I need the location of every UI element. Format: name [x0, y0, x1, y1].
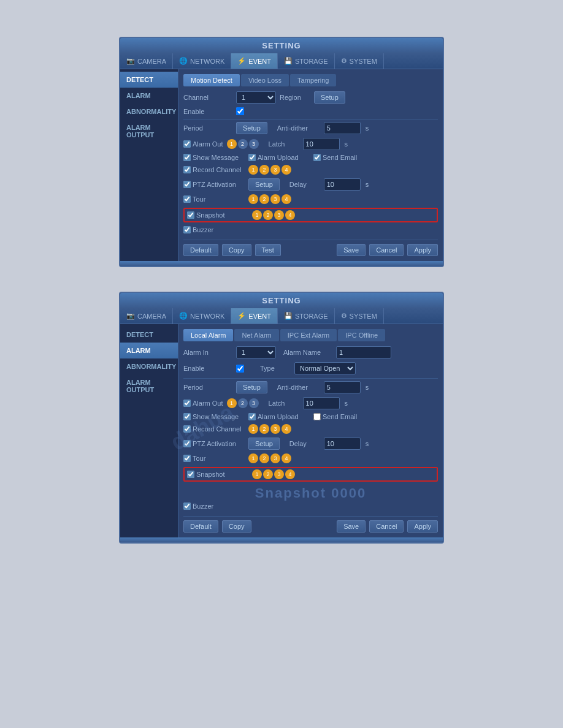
snapshot-4-2[interactable]: 4	[285, 469, 295, 479]
snapshot-2[interactable]: 2	[263, 210, 273, 220]
ptz-activation-checkbox[interactable]	[183, 181, 191, 188]
type-select[interactable]: Normal Open Normal Close	[294, 362, 356, 374]
record-ch-2-2[interactable]: 2	[259, 424, 269, 434]
sidebar-item-abnormality[interactable]: ABNORMALITY	[120, 104, 178, 119]
sidebar-item-alarm-output[interactable]: ALARM OUTPUT	[120, 119, 178, 143]
default-button-2[interactable]: Default	[183, 520, 218, 533]
latch-input-2[interactable]	[303, 397, 340, 409]
period-setup-button-2[interactable]: Setup	[236, 381, 267, 393]
delay-input[interactable]	[324, 178, 361, 191]
send-email-checkbox-2[interactable]	[313, 413, 321, 420]
test-button-1[interactable]: Test	[255, 244, 281, 256]
snapshot-1[interactable]: 1	[252, 210, 262, 220]
record-ch-4[interactable]: 4	[282, 165, 291, 175]
nav-tab-storage[interactable]: 💾 STORAGE	[278, 53, 335, 69]
send-email-checkbox[interactable]	[313, 154, 321, 161]
alarm-in-select[interactable]: 1	[236, 346, 276, 358]
snapshot-checkbox[interactable]	[187, 211, 194, 219]
save-button-2[interactable]: Save	[337, 520, 366, 533]
alarm-out-circle-1-2[interactable]: 1	[227, 398, 237, 408]
copy-button-2[interactable]: Copy	[222, 520, 251, 533]
record-ch-4-2[interactable]: 4	[282, 424, 291, 434]
delay-input-2[interactable]	[324, 438, 361, 450]
show-message-checkbox[interactable]	[183, 154, 191, 161]
snapshot-3[interactable]: 3	[274, 210, 284, 220]
alarm-out-circle-3[interactable]: 3	[249, 139, 259, 149]
anti-dither-input-2[interactable]	[324, 381, 361, 393]
sidebar-2-item-alarm-output[interactable]: ALARM OUTPUT	[120, 374, 178, 398]
record-channel-checkbox-2[interactable]	[183, 425, 191, 433]
snapshot-1-2[interactable]: 1	[252, 469, 262, 479]
nav-tab-event[interactable]: ⚡ EVENT	[231, 53, 278, 69]
period-setup-button[interactable]: Setup	[236, 122, 267, 134]
tour-2[interactable]: 2	[259, 194, 269, 204]
ptz-setup-button-2[interactable]: Setup	[248, 438, 280, 450]
snapshot-4[interactable]: 4	[285, 210, 295, 220]
apply-button-2[interactable]: Apply	[407, 520, 438, 533]
alarm-out-circle-2-2[interactable]: 2	[238, 398, 248, 408]
sub-tab-tampering[interactable]: Tampering	[290, 74, 336, 86]
enable-checkbox[interactable]	[236, 107, 244, 115]
tour-1[interactable]: 1	[248, 194, 258, 204]
record-ch-1-2[interactable]: 1	[248, 424, 258, 434]
default-button-1[interactable]: Default	[183, 244, 218, 256]
tour-1-2[interactable]: 1	[248, 453, 258, 463]
alarm-out-checkbox[interactable]	[183, 140, 191, 148]
alarm-upload-checkbox[interactable]	[248, 154, 256, 161]
tour-4[interactable]: 4	[282, 194, 291, 204]
alarm-name-input[interactable]	[336, 346, 391, 358]
buzzer-checkbox-2[interactable]	[183, 502, 191, 510]
nav-tab-camera[interactable]: 📷 CAMERA	[120, 53, 173, 69]
sub-tab-video-loss[interactable]: Video Loss	[241, 74, 289, 86]
sub-tab-ipc-ext-alarm[interactable]: IPC Ext Alarm	[280, 329, 337, 341]
sidebar-item-detect[interactable]: DETECT	[120, 72, 178, 88]
alarm-out-checkbox-2[interactable]	[183, 400, 191, 407]
ptz-setup-button[interactable]: Setup	[248, 178, 280, 191]
nav-tab-network[interactable]: 🌐 NETWORK	[173, 53, 231, 69]
sub-tab-local-alarm[interactable]: Local Alarm	[183, 329, 233, 341]
record-channel-checkbox[interactable]	[183, 166, 191, 173]
tour-3[interactable]: 3	[270, 194, 280, 204]
sidebar-2-item-detect[interactable]: DETECT	[120, 327, 178, 343]
tour-2-2[interactable]: 2	[259, 453, 269, 463]
tour-4-2[interactable]: 4	[282, 453, 291, 463]
snapshot-checkbox-2[interactable]	[187, 471, 194, 478]
sidebar-2-item-abnormality[interactable]: ABNORMALITY	[120, 358, 178, 374]
channel-select[interactable]: 1	[236, 91, 276, 104]
sub-tab-net-alarm[interactable]: Net Alarm	[234, 329, 278, 341]
ptz-activation-checkbox-2[interactable]	[183, 440, 191, 447]
tour-3-2[interactable]: 3	[270, 453, 280, 463]
alarm-upload-checkbox-2[interactable]	[248, 413, 256, 420]
snapshot-2-2[interactable]: 2	[263, 469, 273, 479]
nav-tab-2-event[interactable]: ⚡ EVENT	[231, 308, 278, 324]
sub-tab-motion-detect[interactable]: Motion Detect	[183, 74, 240, 86]
sub-tab-ipc-offline[interactable]: IPC Offline	[338, 329, 385, 341]
tour-checkbox-2[interactable]	[183, 455, 191, 462]
nav-tab-2-network[interactable]: 🌐 NETWORK	[173, 308, 231, 324]
anti-dither-input[interactable]	[324, 122, 361, 134]
region-setup-button[interactable]: Setup	[314, 91, 345, 104]
alarm-out-circle-1[interactable]: 1	[227, 139, 237, 149]
record-ch-2[interactable]: 2	[259, 165, 269, 175]
alarm-out-circle-3-2[interactable]: 3	[249, 398, 259, 408]
save-button-1[interactable]: Save	[337, 244, 366, 256]
copy-button-1[interactable]: Copy	[222, 244, 251, 256]
nav-tab-2-camera[interactable]: 📷 CAMERA	[120, 308, 173, 324]
sidebar-2-item-alarm[interactable]: ALARM	[120, 343, 178, 358]
record-ch-1[interactable]: 1	[248, 165, 258, 175]
apply-button-1[interactable]: Apply	[407, 244, 438, 256]
nav-tab-2-system[interactable]: ⚙ SYSTEM	[335, 308, 384, 324]
sidebar-item-alarm[interactable]: ALARM	[120, 88, 178, 104]
snapshot-3-2[interactable]: 3	[274, 469, 284, 479]
show-message-checkbox-2[interactable]	[183, 413, 191, 420]
cancel-button-1[interactable]: Cancel	[369, 244, 404, 256]
buzzer-checkbox[interactable]	[183, 226, 191, 233]
cancel-button-2[interactable]: Cancel	[369, 520, 404, 533]
record-ch-3[interactable]: 3	[270, 165, 280, 175]
enable-checkbox-2[interactable]	[236, 365, 244, 373]
record-ch-3-2[interactable]: 3	[270, 424, 280, 434]
nav-tab-system[interactable]: ⚙ SYSTEM	[335, 53, 384, 69]
alarm-out-circle-2[interactable]: 2	[238, 139, 248, 149]
tour-checkbox[interactable]	[183, 195, 191, 203]
nav-tab-2-storage[interactable]: 💾 STORAGE	[278, 308, 335, 324]
